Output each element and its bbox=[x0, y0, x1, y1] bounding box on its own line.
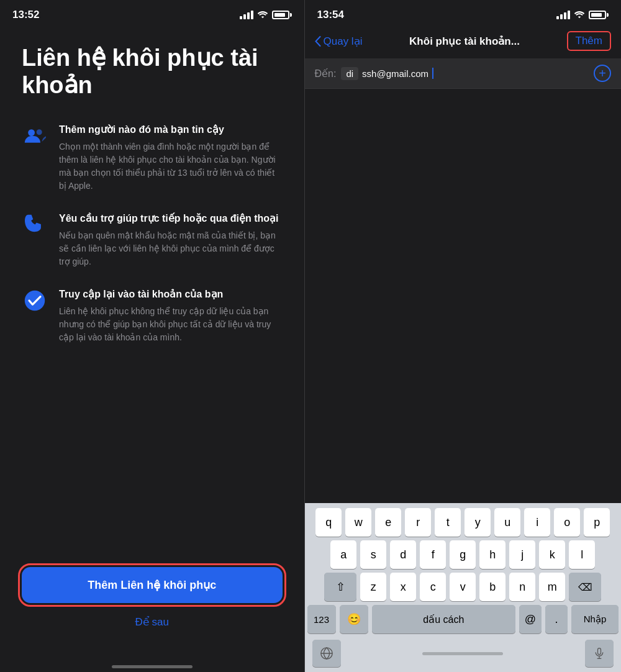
key-b[interactable]: b bbox=[479, 573, 505, 601]
keyboard-row-3: ⇧ z x c v b n m ⌫ bbox=[307, 573, 619, 601]
battery-icon bbox=[272, 11, 292, 19]
feature-item-2: Yêu cầu trợ giúp trực tiếp hoặc qua điện… bbox=[22, 212, 283, 268]
key-t[interactable]: t bbox=[435, 508, 461, 537]
wifi-icon bbox=[257, 11, 268, 19]
feature-text-2: Yêu cầu trợ giúp trực tiếp hoặc qua điện… bbox=[59, 212, 283, 268]
key-m[interactable]: m bbox=[539, 573, 565, 601]
left-screen: 13:52 Liên hệ khôi phục tài khoản bbox=[0, 0, 304, 672]
left-time: 13:52 bbox=[12, 9, 39, 21]
key-n[interactable]: n bbox=[509, 573, 535, 601]
key-x[interactable]: x bbox=[390, 573, 416, 601]
home-indicator-right bbox=[422, 652, 503, 655]
svg-point-0 bbox=[28, 130, 35, 137]
to-label: Đến: bbox=[315, 68, 337, 79]
key-y[interactable]: y bbox=[465, 508, 491, 537]
left-status-icons bbox=[240, 11, 292, 19]
key-l[interactable]: l bbox=[569, 540, 595, 569]
key-j[interactable]: j bbox=[509, 540, 535, 569]
svg-point-1 bbox=[37, 130, 42, 135]
emoji-key[interactable]: 😊 bbox=[340, 605, 368, 633]
later-button[interactable]: Để sau bbox=[22, 615, 283, 629]
add-contact-button[interactable]: Thêm Liên hệ khôi phục bbox=[22, 567, 283, 603]
key-o[interactable]: o bbox=[554, 508, 580, 537]
period-key[interactable]: . bbox=[545, 605, 568, 633]
recipient-name-chip: di bbox=[341, 67, 358, 80]
key-i[interactable]: i bbox=[524, 508, 550, 537]
back-label: Quay lại bbox=[324, 35, 363, 48]
back-button[interactable]: Quay lại bbox=[315, 35, 363, 48]
recipient-input-area[interactable]: di ssh@gmail.com bbox=[341, 67, 594, 80]
right-time: 13:54 bbox=[317, 9, 344, 21]
key-h[interactable]: h bbox=[479, 540, 505, 569]
key-r[interactable]: r bbox=[405, 508, 431, 537]
feature-text-3: Truy cập lại vào tài khoản của bạn Liên … bbox=[59, 288, 283, 344]
key-s[interactable]: s bbox=[360, 540, 386, 569]
feature-list: Thêm người nào đó mà bạn tin cậy Chọn mộ… bbox=[22, 124, 283, 548]
right-wifi-icon bbox=[574, 11, 585, 19]
at-key[interactable]: @ bbox=[519, 605, 542, 633]
delete-key[interactable]: ⌫ bbox=[569, 573, 601, 601]
recipient-email: ssh@gmail.com bbox=[362, 68, 428, 79]
globe-key[interactable] bbox=[312, 640, 341, 667]
left-status-bar: 13:52 bbox=[0, 0, 304, 26]
text-cursor bbox=[432, 68, 433, 79]
keyboard-bottom-row bbox=[307, 637, 619, 670]
key-q[interactable]: q bbox=[315, 508, 342, 537]
phone-icon bbox=[22, 214, 48, 236]
page-title: Liên hệ khôi phục tài khoản bbox=[22, 45, 283, 99]
right-screen: 13:54 Quay lại Khôi phục bbox=[305, 0, 621, 672]
key-u[interactable]: u bbox=[494, 508, 520, 537]
mic-key[interactable] bbox=[585, 640, 614, 667]
key-w[interactable]: w bbox=[345, 508, 371, 537]
them-action-button[interactable]: Thêm bbox=[567, 31, 611, 51]
return-key[interactable]: Nhập bbox=[571, 605, 619, 633]
feature-item-3: Truy cập lại vào tài khoản của bạn Liên … bbox=[22, 288, 283, 344]
key-k[interactable]: k bbox=[539, 540, 565, 569]
key-z[interactable]: z bbox=[360, 573, 386, 601]
right-battery-icon bbox=[589, 11, 609, 19]
feature-text-1: Thêm người nào đó mà bạn tin cậy Chọn mộ… bbox=[59, 124, 283, 193]
right-signal-icon bbox=[556, 11, 570, 19]
right-status-icons bbox=[556, 11, 609, 19]
keyboard-row-4: 123 😊 dấu cách @ . Nhập bbox=[307, 605, 619, 633]
shift-key[interactable]: ⇧ bbox=[324, 573, 356, 601]
key-e[interactable]: e bbox=[375, 508, 401, 537]
numbers-key[interactable]: 123 bbox=[307, 605, 336, 633]
key-d[interactable]: d bbox=[390, 540, 416, 569]
right-status-bar: 13:54 bbox=[305, 0, 621, 26]
key-p[interactable]: p bbox=[584, 508, 610, 537]
key-a[interactable]: a bbox=[330, 540, 356, 569]
svg-point-2 bbox=[25, 291, 45, 311]
home-indicator-left bbox=[112, 665, 193, 668]
left-home-indicator-area bbox=[0, 653, 304, 672]
svg-rect-4 bbox=[597, 648, 601, 655]
key-g[interactable]: g bbox=[450, 540, 476, 569]
signal-icon bbox=[240, 11, 253, 19]
to-field[interactable]: Đến: di ssh@gmail.com + bbox=[305, 58, 621, 89]
key-c[interactable]: c bbox=[420, 573, 446, 601]
navigation-bar: Quay lại Khôi phục tài khoản... Thêm bbox=[305, 26, 621, 58]
keyboard[interactable]: q w e r t y u i o p a s d f g h j k l ⇧ … bbox=[305, 503, 621, 672]
keyboard-row-2: a s d f g h j k l bbox=[307, 540, 619, 569]
space-key[interactable]: dấu cách bbox=[372, 605, 515, 633]
keyboard-row-1: q w e r t y u i o p bbox=[307, 508, 619, 537]
nav-title: Khôi phục tài khoản... bbox=[409, 35, 520, 48]
left-content: Liên hệ khôi phục tài khoản Thêm người n… bbox=[0, 26, 304, 653]
add-recipient-button[interactable]: + bbox=[594, 65, 611, 82]
check-circle-icon bbox=[22, 289, 48, 312]
key-f[interactable]: f bbox=[420, 540, 446, 569]
people-icon bbox=[22, 125, 48, 147]
feature-item-1: Thêm người nào đó mà bạn tin cậy Chọn mộ… bbox=[22, 124, 283, 193]
key-v[interactable]: v bbox=[450, 573, 476, 601]
